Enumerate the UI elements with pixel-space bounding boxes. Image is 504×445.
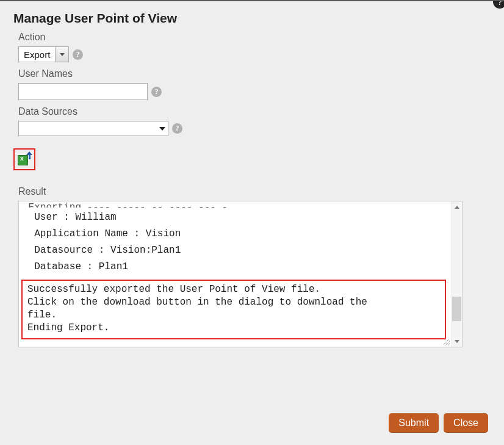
submit-button[interactable]: Submit [389, 413, 439, 433]
result-line: Application Name : Vision [19, 224, 451, 241]
user-names-label: User Names [18, 68, 492, 79]
action-row: Export ? [18, 46, 492, 62]
result-line: Database : Plan1 [19, 257, 451, 273]
upload-arrow-icon [27, 151, 32, 160]
dialog-title: Manage User Point of View [13, 11, 492, 26]
action-select-chevron[interactable] [55, 47, 68, 62]
close-button[interactable]: Close [444, 413, 488, 433]
help-icon[interactable]: ? [151, 87, 162, 97]
scroll-thumb[interactable] [452, 297, 461, 321]
triangle-down-icon [159, 127, 165, 131]
form-body: Action Export ? User Names ? Data Source… [12, 32, 492, 347]
result-msg: Click on the download button in the dial… [27, 296, 442, 309]
data-sources-select[interactable] [18, 121, 168, 136]
dialog-button-row: Submit Close [389, 413, 488, 433]
result-label: Result [18, 186, 492, 197]
result-line: Datasource : Vision:Plan1 [19, 241, 451, 257]
chevron-down-icon [455, 340, 459, 343]
help-icon[interactable]: ? [172, 123, 182, 134]
result-highlight-box: Successfully exported the User Point of … [21, 280, 446, 339]
result-msg: file. [27, 309, 442, 322]
result-line: User : William [19, 208, 451, 224]
data-sources-row: ? [18, 121, 492, 136]
resize-grip-icon[interactable] [444, 339, 450, 346]
action-label: Action [18, 32, 492, 43]
scroll-up-button[interactable] [452, 201, 462, 212]
action-select[interactable]: Export [18, 46, 69, 62]
scrollbar[interactable] [451, 201, 462, 347]
data-sources-value [19, 121, 157, 136]
result-content: Exporting ---- ----- -- ---- --- - User … [19, 201, 451, 347]
scroll-down-button[interactable] [452, 336, 462, 347]
result-textarea[interactable]: Exporting ---- ----- -- ---- --- - User … [18, 201, 463, 347]
data-sources-label: Data Sources [18, 106, 492, 117]
action-select-value: Export [19, 47, 55, 62]
result-msg: Successfully exported the User Point of … [27, 283, 442, 296]
result-msg: Ending Export. [27, 322, 442, 335]
user-names-input[interactable] [18, 83, 148, 100]
export-excel-highlight [13, 148, 35, 170]
export-excel-button[interactable] [16, 151, 32, 167]
chevron-down-icon [60, 53, 65, 56]
result-truncated-line: Exporting ---- ----- -- ---- --- - [19, 201, 451, 208]
data-sources-chevron[interactable] [157, 121, 168, 136]
chevron-up-icon [455, 206, 459, 209]
user-names-row: ? [18, 83, 492, 100]
help-icon[interactable]: ? [73, 49, 83, 60]
manage-user-pov-dialog: Manage User Point of View Action Export … [0, 1, 504, 347]
